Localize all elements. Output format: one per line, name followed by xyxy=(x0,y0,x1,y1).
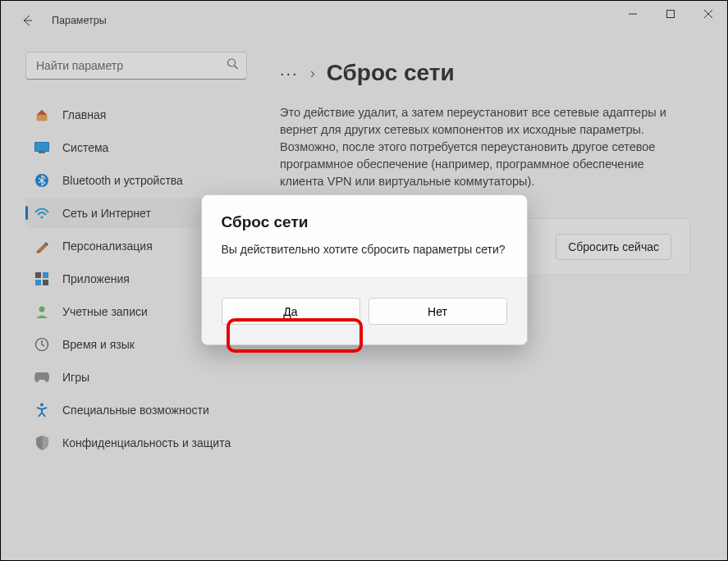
confirm-dialog: Сброс сети Вы действительно хотите сброс… xyxy=(201,194,528,345)
settings-window: Параметры Главная Система xyxy=(0,0,728,561)
dialog-message: Вы действительно хотите сбросить парамет… xyxy=(222,243,507,256)
dialog-body: Сброс сети Вы действительно хотите сброс… xyxy=(202,195,527,277)
no-button[interactable]: Нет xyxy=(369,298,507,325)
dialog-title: Сброс сети xyxy=(222,213,507,231)
dialog-actions: Да Нет xyxy=(202,277,527,344)
yes-button[interactable]: Да xyxy=(222,298,360,325)
modal-overlay: Сброс сети Вы действительно хотите сброс… xyxy=(1,1,727,560)
